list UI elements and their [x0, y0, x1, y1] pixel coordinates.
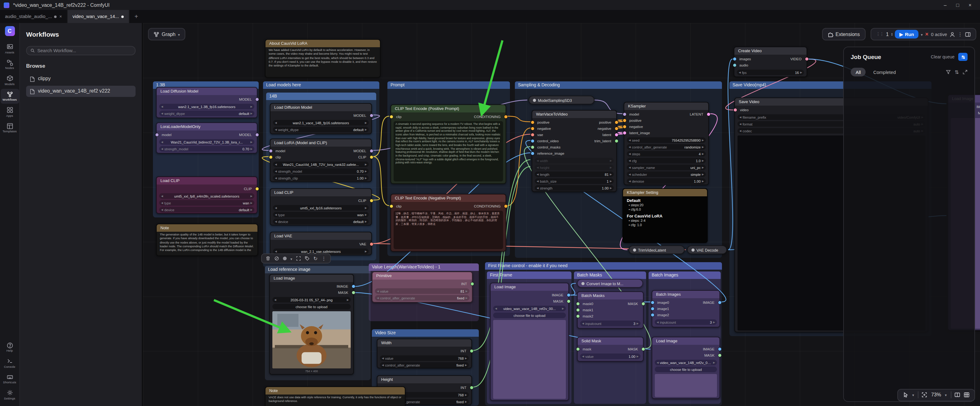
sidebar-item-settings[interactable]: Settings: [0, 387, 19, 402]
increment-arrow-icon[interactable]: ▶: [465, 363, 467, 366]
output-slot[interactable]: [718, 347, 721, 351]
node-solid-mask[interactable]: Solid MaskmaskMASK◀value1.00▶: [577, 337, 644, 362]
node-title-bar[interactable]: Load CLIP: [157, 177, 257, 184]
input-slot[interactable]: [531, 152, 534, 155]
selection-toolbar[interactable]: ▾ ↻ ⋮: [261, 254, 331, 263]
widget-value[interactable]: ◀video_wan_vace_14B_ref2v_00...▶: [655, 360, 717, 365]
decrement-arrow-icon[interactable]: ◀: [161, 112, 163, 115]
minimap-icon[interactable]: [964, 392, 969, 398]
widget-height[interactable]: ◀height▶: [535, 165, 614, 170]
increment-arrow-icon[interactable]: ▶: [702, 166, 704, 169]
node-create-video[interactable]: Create VideoimagesVIDEOaudio◀fps16▶: [734, 47, 807, 77]
increment-arrow-icon[interactable]: ▶: [702, 152, 704, 155]
input-slot[interactable]: [623, 113, 626, 116]
collapse-dot-icon[interactable]: [533, 98, 536, 102]
decrement-arrow-icon[interactable]: ◀: [628, 152, 630, 155]
decrement-arrow-icon[interactable]: ◀: [628, 173, 630, 176]
increment-arrow-icon[interactable]: ▶: [365, 176, 367, 179]
increment-arrow-icon[interactable]: ▶: [251, 208, 253, 211]
decrement-arrow-icon[interactable]: ◀: [275, 220, 277, 223]
node-title-bar[interactable]: Load VAE: [270, 232, 371, 240]
decrement-arrow-icon[interactable]: ◀: [382, 357, 383, 360]
increment-arrow-icon[interactable]: ▶: [365, 121, 367, 124]
input-slot[interactable]: [269, 149, 272, 152]
maximize-button[interactable]: □: [951, 2, 964, 8]
increment-arrow-icon[interactable]: ▶: [365, 170, 367, 173]
comfyui-logo[interactable]: C: [5, 26, 14, 36]
increment-arrow-icon[interactable]: ▶: [251, 140, 253, 144]
node-title-bar[interactable]: Batch Images: [652, 291, 719, 298]
upload-button[interactable]: choose file to upload: [493, 312, 566, 318]
output-slot[interactable]: [370, 114, 373, 117]
output-slot[interactable]: [370, 155, 373, 159]
decrement-arrow-icon[interactable]: ◀: [495, 307, 497, 310]
queue-filter-button[interactable]: [958, 53, 967, 61]
output-slot[interactable]: [370, 149, 373, 152]
collapse-dot-icon[interactable]: [581, 282, 584, 285]
node-note-vace[interactable]: NoteVACE does not use data with style re…: [265, 387, 406, 406]
increment-arrow-icon[interactable]: ▶: [365, 163, 367, 166]
chevron-down-icon[interactable]: ▾: [290, 256, 292, 261]
clear-queue-link[interactable]: Clear queue: [931, 55, 955, 59]
input-slot[interactable]: [651, 313, 654, 317]
tab-video-wan-vace[interactable]: video_wan_vace_14...: [67, 10, 129, 23]
node-title-bar[interactable]: KSampler Setting: [623, 189, 707, 196]
decrement-arrow-icon[interactable]: ◀: [161, 147, 163, 150]
widget-value[interactable]: ◀wan2.1_vace_14B_fp16.safetensors▶: [273, 120, 369, 125]
decrement-arrow-icon[interactable]: ◀: [657, 320, 659, 324]
output-slot[interactable]: [718, 354, 721, 357]
widget-denoise[interactable]: ◀denoise1.00▶: [627, 178, 706, 184]
decrement-arrow-icon[interactable]: ◀: [628, 159, 630, 162]
input-slot[interactable]: [531, 133, 534, 136]
input-slot[interactable]: [623, 119, 626, 122]
decrement-arrow-icon[interactable]: ◀: [275, 170, 277, 173]
decrement-arrow-icon[interactable]: ◀: [739, 116, 741, 119]
widget-control-after-generate[interactable]: ◀control_after_generatefixed▶: [375, 295, 469, 301]
increment-arrow-icon[interactable]: ▶: [251, 195, 253, 198]
prompt-textarea[interactable]: 过曝，静态，细节模糊不清，字幕，风格，作品，画作，画面，静止，整体发灰，最差质量…: [394, 211, 503, 249]
node-load-image-first-frame[interactable]: Load ImageIMAGEMASK◀video_wan_vace_14B_r…: [490, 283, 569, 401]
collapse-dot-icon[interactable]: [692, 248, 695, 251]
increment-arrow-icon[interactable]: ▶: [465, 357, 467, 360]
node-title-bar[interactable]: Load Image: [652, 337, 719, 345]
increment-arrow-icon[interactable]: ▶: [466, 290, 468, 293]
node-load-image-ref[interactable]: Load ImageIMAGEMASK◀2026-03-31 05_57_44-…: [269, 274, 354, 374]
input-slot[interactable]: [155, 133, 158, 136]
node-title-bar[interactable]: Note: [157, 224, 258, 232]
input-slot[interactable]: [733, 57, 736, 60]
sidebar-item-models[interactable]: Models: [0, 73, 19, 88]
input-slot[interactable]: [733, 64, 736, 67]
increment-arrow-icon[interactable]: ▶: [251, 105, 253, 108]
output-slot[interactable]: [707, 113, 710, 116]
decrement-arrow-icon[interactable]: ◀: [739, 122, 741, 125]
output-slot[interactable]: [370, 199, 373, 202]
collapse-dot-icon[interactable]: [633, 248, 636, 251]
node-trim-video-latent[interactable]: TrimVideoLatent: [628, 246, 685, 254]
widget-value[interactable]: ◀Wan21_CausVid_bidirect2_T2V_1.3B_lora_r…: [159, 139, 255, 145]
decrement-arrow-icon[interactable]: ◀: [275, 176, 277, 179]
batch-count-value[interactable]: 1: [886, 32, 889, 37]
increment-arrow-icon[interactable]: ▶: [610, 179, 612, 182]
widget-scheduler[interactable]: ◀schedulersimple▶: [627, 171, 706, 177]
decrement-arrow-icon[interactable]: ◀: [377, 297, 379, 300]
widget-control-after-generate[interactable]: ◀control_after_generatefixed▶: [380, 362, 469, 368]
widget-value[interactable]: ◀value1.00▶: [580, 354, 641, 359]
decrement-arrow-icon[interactable]: ◀: [628, 138, 630, 142]
input-slot[interactable]: [390, 115, 393, 118]
sidebar-item-console[interactable]: Console: [0, 355, 19, 371]
layout-columns-icon[interactable]: [955, 392, 960, 398]
increment-arrow-icon[interactable]: ▶: [637, 355, 639, 358]
decrement-arrow-icon[interactable]: ◀: [582, 355, 584, 358]
widget-cfg[interactable]: ◀cfg1.0▶: [627, 158, 706, 163]
node-load-diffusion-13b[interactable]: Load Diffusion ModelMODEL◀wan2.1_vace_1.…: [156, 87, 258, 118]
sidebar-item-nodes[interactable]: Nodes: [0, 57, 19, 72]
increment-arrow-icon[interactable]: ▶: [610, 166, 612, 169]
workflow-item-clippy[interactable]: clippy: [26, 73, 135, 84]
widget-strength[interactable]: ◀strength1.00▶: [535, 185, 614, 191]
node-wan-vace-to-video[interactable]: WanVaceToVideopositivepositivenegativene…: [532, 110, 617, 192]
input-slot[interactable]: [576, 308, 579, 312]
decrement-arrow-icon[interactable]: ◀: [628, 145, 630, 149]
widget-width[interactable]: ◀width▶: [535, 158, 614, 163]
decrement-arrow-icon[interactable]: ◀: [537, 186, 538, 189]
sidebar-item-apps[interactable]: Apps: [0, 105, 19, 120]
